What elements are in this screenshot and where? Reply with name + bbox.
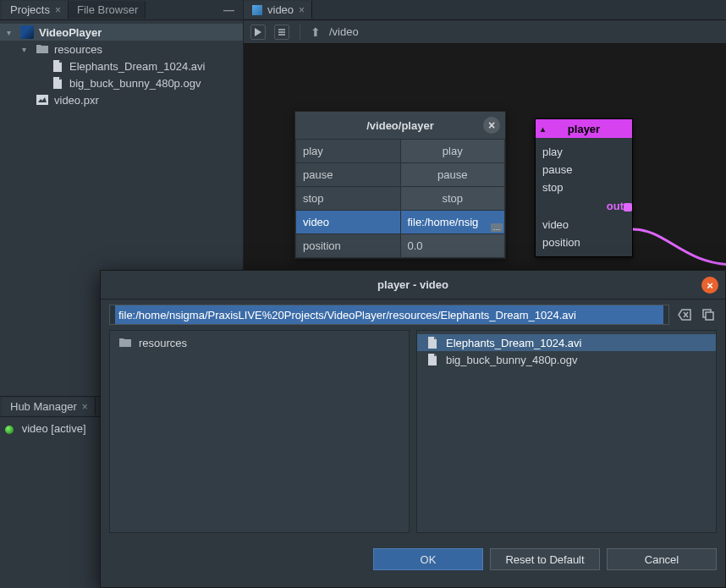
file-icon bbox=[426, 353, 439, 366]
tree-file-pxr[interactable]: video.pxr bbox=[0, 91, 243, 108]
node-port-label: out bbox=[607, 200, 624, 212]
separator bbox=[300, 25, 300, 40]
tree-file[interactable]: Elephants_Dream_1024.avi bbox=[0, 58, 243, 74]
file-item[interactable]: Elephants_Dream_1024.avi bbox=[417, 334, 716, 351]
tab-label: Projects bbox=[10, 3, 50, 16]
cube-icon bbox=[252, 5, 262, 15]
node-body: play pause stop out video position bbox=[536, 138, 632, 256]
play-button[interactable] bbox=[250, 25, 266, 40]
dialog-title-bar[interactable]: player - video × bbox=[101, 271, 725, 299]
close-icon[interactable]: × bbox=[82, 401, 88, 413]
node-title-bar[interactable]: ▴ player bbox=[536, 119, 632, 138]
file-browser-body: resources Elephants_Dream_1024.avi big_b… bbox=[101, 330, 725, 533]
hub-panel: Hub Manager × video [active] bbox=[0, 396, 107, 588]
copy-icon[interactable] bbox=[700, 306, 717, 323]
prop-row-stop[interactable]: stop stop bbox=[296, 187, 505, 211]
tab-video[interactable]: video × bbox=[244, 1, 312, 19]
hub-body: video [active] bbox=[0, 417, 107, 440]
tree-label: Elephants_Dream_1024.avi bbox=[69, 60, 205, 73]
dialog-button-row: OK Reset to Default Cancel bbox=[101, 533, 725, 579]
dialog-title: player - video bbox=[377, 278, 448, 291]
file-icon bbox=[426, 336, 439, 349]
node-param-video[interactable]: video bbox=[542, 216, 625, 234]
ok-button[interactable]: OK bbox=[373, 548, 483, 570]
node-port-stop[interactable]: stop bbox=[542, 179, 625, 196]
up-arrow-icon[interactable]: ⬆ bbox=[311, 25, 321, 39]
tree-project-root[interactable]: ▾ VideoPlayer bbox=[0, 24, 243, 41]
folder-pane[interactable]: resources bbox=[109, 330, 410, 533]
file-icon bbox=[51, 59, 64, 73]
prop-key: pause bbox=[296, 163, 401, 187]
canvas-toolbar: ⬆ /video bbox=[244, 20, 726, 44]
close-icon[interactable]: × bbox=[701, 277, 718, 294]
prop-value-text: file:/home/nsig bbox=[408, 216, 479, 228]
tree-label: resources bbox=[54, 43, 102, 56]
tree-file[interactable]: big_buck_bunny_480p.ogv bbox=[0, 74, 243, 91]
project-tree: ▾ VideoPlayer ▾ resources Elephants_Drea… bbox=[0, 20, 243, 112]
prop-action-button[interactable]: pause bbox=[400, 163, 505, 187]
properties-title-bar[interactable]: /video/player × bbox=[295, 112, 505, 139]
image-icon bbox=[36, 93, 49, 107]
prop-value-position[interactable]: 0.0 bbox=[400, 234, 505, 258]
prop-key: position bbox=[296, 234, 401, 258]
prop-value-video[interactable]: file:/home/nsig … bbox=[400, 211, 505, 234]
close-icon[interactable]: × bbox=[483, 117, 500, 134]
file-icon bbox=[51, 76, 64, 90]
tab-file-browser[interactable]: File Browser bbox=[69, 1, 146, 19]
caret-down-icon[interactable]: ▾ bbox=[7, 28, 15, 37]
button-label: Reset to Default bbox=[505, 553, 584, 566]
reset-button[interactable]: Reset to Default bbox=[490, 548, 600, 570]
prop-action-button[interactable]: stop bbox=[400, 187, 505, 211]
list-button[interactable] bbox=[274, 25, 289, 40]
prop-row-pause[interactable]: pause pause bbox=[296, 163, 505, 187]
prop-key: video bbox=[296, 211, 401, 234]
tree-label: VideoPlayer bbox=[39, 26, 102, 39]
ellipsis-button[interactable]: … bbox=[491, 223, 503, 232]
hub-status-text: video [active] bbox=[22, 422, 86, 435]
properties-table: play play pause pause stop stop video fi… bbox=[295, 139, 505, 258]
canvas-tabs: video × bbox=[244, 0, 726, 20]
status-active-icon bbox=[5, 426, 14, 434]
node-port-out[interactable]: out bbox=[542, 196, 625, 216]
collapse-icon[interactable]: ▴ bbox=[541, 124, 545, 134]
url-input-wrapper bbox=[109, 305, 669, 325]
hub-status-row[interactable]: video [active] bbox=[5, 422, 102, 435]
file-pane[interactable]: Elephants_Dream_1024.avi big_buck_bunny_… bbox=[416, 330, 717, 533]
left-tabs: Projects × File Browser — bbox=[0, 0, 243, 20]
prop-row-position[interactable]: position 0.0 bbox=[296, 234, 505, 258]
tab-label: Hub Manager bbox=[10, 400, 77, 413]
caret-down-icon[interactable]: ▾ bbox=[22, 45, 30, 54]
node-param-position[interactable]: position bbox=[542, 234, 625, 251]
node-title: player bbox=[568, 123, 600, 135]
file-item[interactable]: big_buck_bunny_480p.ogv bbox=[417, 351, 716, 368]
close-icon[interactable]: × bbox=[55, 4, 61, 16]
url-row bbox=[101, 299, 725, 330]
tree-label: video.pxr bbox=[54, 94, 99, 107]
clear-icon[interactable] bbox=[676, 306, 693, 323]
app-icon bbox=[20, 25, 34, 39]
node-player[interactable]: ▴ player play pause stop out video posit… bbox=[535, 118, 633, 257]
canvas-path: /video bbox=[329, 25, 359, 38]
prop-row-play[interactable]: play play bbox=[296, 140, 505, 163]
tab-projects[interactable]: Projects × bbox=[2, 1, 69, 19]
close-icon[interactable]: × bbox=[299, 4, 305, 16]
folder-label: resources bbox=[139, 337, 187, 349]
folder-item-resources[interactable]: resources bbox=[110, 334, 409, 351]
prop-row-video[interactable]: video file:/home/nsig … bbox=[296, 211, 505, 234]
tree-folder-resources[interactable]: ▾ resources bbox=[0, 41, 243, 58]
folder-icon bbox=[36, 42, 49, 56]
node-port-play[interactable]: play bbox=[542, 143, 625, 161]
tree-label: big_buck_bunny_480p.ogv bbox=[69, 77, 201, 90]
prop-action-button[interactable]: play bbox=[400, 140, 505, 163]
svg-rect-2 bbox=[706, 312, 713, 320]
button-label: Cancel bbox=[645, 553, 679, 566]
url-input[interactable] bbox=[115, 305, 663, 324]
output-port-icon[interactable] bbox=[624, 203, 632, 212]
minimize-icon[interactable]: — bbox=[215, 3, 243, 16]
cancel-button[interactable]: Cancel bbox=[607, 548, 717, 570]
svg-rect-0 bbox=[36, 95, 48, 105]
tab-hub-manager[interactable]: Hub Manager × bbox=[2, 398, 96, 415]
file-label: big_buck_bunny_480p.ogv bbox=[446, 354, 577, 366]
node-port-pause[interactable]: pause bbox=[542, 161, 625, 179]
properties-panel: /video/player × play play pause pause st… bbox=[294, 111, 506, 259]
